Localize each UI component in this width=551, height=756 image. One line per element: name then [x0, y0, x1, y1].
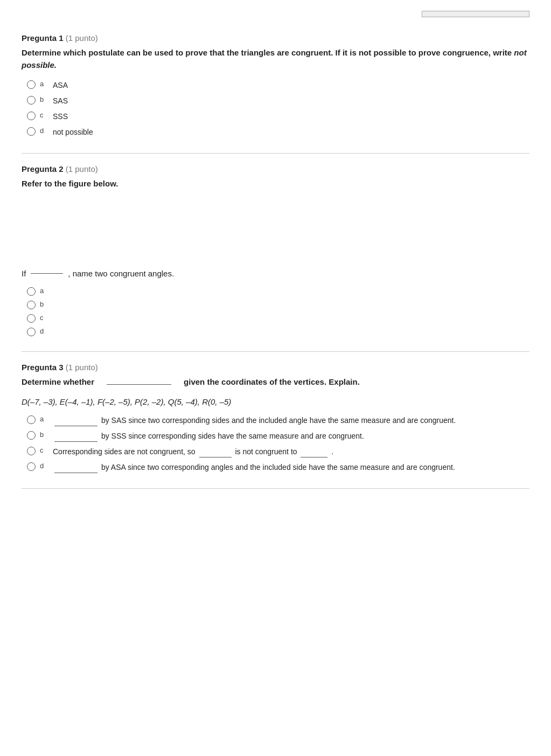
option-label-1a: a — [40, 80, 48, 88]
radio-3a[interactable] — [27, 415, 36, 424]
option-label-2b: b — [40, 300, 48, 308]
option-3a[interactable]: a by SAS since two corresponding sides a… — [27, 415, 529, 426]
question-3-blank1 — [107, 384, 171, 385]
option-1b[interactable]: b SAS — [27, 95, 529, 107]
option-3d[interactable]: d by ASA since two corresponding angles … — [27, 462, 529, 473]
option-3b-content: by SSS since corresponding sides have th… — [101, 432, 364, 440]
question-2-options: a b c d — [27, 287, 529, 336]
figure-2-placeholder — [22, 199, 529, 263]
option-text-3b: by SSS since corresponding sides have th… — [53, 431, 364, 442]
question-2-puntos: (1 punto) — [66, 164, 98, 174]
question-3-coordinates: D(–7, –3), E(–4, –1), F(–2, –5), P(2, –2… — [22, 396, 529, 408]
option-label-1b: b — [40, 95, 48, 103]
option-3c-blank2 — [301, 457, 327, 457]
option-2d[interactable]: d — [27, 327, 529, 336]
question-1-puntos: (1 punto) — [66, 33, 98, 43]
option-text-1b: SAS — [53, 95, 68, 107]
radio-3d[interactable] — [27, 462, 36, 471]
question-3-label: Pregunta 3 (1 punto) — [22, 363, 529, 372]
option-2a[interactable]: a — [27, 287, 529, 296]
option-3a-content: by SAS since two corresponding sides and… — [101, 416, 456, 425]
option-1c[interactable]: c SSS — [27, 111, 529, 122]
radio-1b[interactable] — [27, 96, 36, 105]
question-3-text-part2: given the coordinates of the vertices. E… — [184, 376, 360, 389]
option-3b-blank — [54, 441, 97, 442]
radio-1a[interactable] — [27, 80, 36, 89]
radio-1d[interactable] — [27, 127, 36, 136]
option-text-1a: ASA — [53, 80, 68, 91]
radio-2c[interactable] — [27, 314, 36, 323]
question-3-title: Pregunta 3 — [22, 363, 64, 372]
question-2-main-text: Refer to the figure below. — [22, 179, 118, 188]
radio-2b[interactable] — [27, 301, 36, 309]
question-2-if: If — [22, 269, 26, 278]
option-text-1d: not possible — [53, 127, 93, 138]
radio-3c[interactable] — [27, 447, 36, 455]
option-text-3c: Corresponding sides are not congruent, s… — [53, 446, 333, 457]
option-label-2d: d — [40, 327, 48, 335]
question-3-options: a by SAS since two corresponding sides a… — [27, 415, 529, 473]
option-text-3d: by ASA since two corresponding angles an… — [53, 462, 455, 473]
option-text-3a: by SAS since two corresponding sides and… — [53, 415, 456, 426]
radio-2a[interactable] — [27, 287, 36, 296]
option-label-2c: c — [40, 314, 48, 322]
option-label-3a: a — [40, 415, 48, 423]
option-3a-blank — [54, 426, 97, 426]
option-label-3d: d — [40, 462, 48, 470]
option-1a[interactable]: a ASA — [27, 80, 529, 91]
question-2-blank — [31, 273, 63, 274]
question-2-text: Refer to the figure below. — [22, 178, 529, 190]
option-1d[interactable]: d not possible — [27, 127, 529, 138]
option-label-3b: b — [40, 431, 48, 439]
option-text-1c: SSS — [53, 111, 68, 122]
coordinates-text: D(–7, –3), E(–4, –1), F(–2, –5), P(2, –2… — [22, 397, 231, 406]
question-1-block: Pregunta 1 (1 punto) Determine which pos… — [22, 23, 529, 154]
option-label-1c: c — [40, 111, 48, 119]
option-label-1d: d — [40, 127, 48, 135]
option-2b[interactable]: b — [27, 300, 529, 309]
radio-2d[interactable] — [27, 328, 36, 336]
option-3c-blank1 — [199, 457, 232, 457]
option-label-2a: a — [40, 287, 48, 295]
progress-bar — [422, 11, 529, 17]
question-3-text-part1: Determine whether — [22, 376, 94, 389]
radio-3b[interactable] — [27, 431, 36, 440]
question-1-options: a ASA b SAS c SSS d not possible — [27, 80, 529, 138]
progress-bar-container — [22, 11, 529, 17]
question-2-label: Pregunta 2 (1 punto) — [22, 164, 529, 174]
question-1-italic: not possible. — [22, 48, 527, 70]
option-3c[interactable]: c Corresponding sides are not congruent,… — [27, 446, 529, 457]
question-3-block: Pregunta 3 (1 punto) Determine whether g… — [22, 352, 529, 489]
option-2c[interactable]: c — [27, 314, 529, 323]
radio-1c[interactable] — [27, 112, 36, 120]
question-1-label: Pregunta 1 (1 punto) — [22, 33, 529, 43]
question-2-inline: If , name two congruent angles. — [22, 269, 529, 278]
option-label-3c: c — [40, 446, 48, 454]
option-3d-content: by ASA since two corresponding angles an… — [101, 463, 455, 471]
question-3-puntos: (1 punto) — [66, 363, 98, 372]
question-1-text: Determine which postulate can be used to… — [22, 47, 529, 71]
question-3-text: Determine whether given the coordinates … — [22, 376, 529, 389]
option-3b[interactable]: b by SSS since corresponding sides have … — [27, 431, 529, 442]
question-1-title: Pregunta 1 — [22, 33, 64, 43]
question-2-inline-text: , name two congruent angles. — [68, 269, 174, 278]
question-2-title: Pregunta 2 — [22, 164, 64, 174]
option-3d-blank — [54, 473, 97, 473]
question-2-block: Pregunta 2 (1 punto) Refer to the figure… — [22, 154, 529, 352]
